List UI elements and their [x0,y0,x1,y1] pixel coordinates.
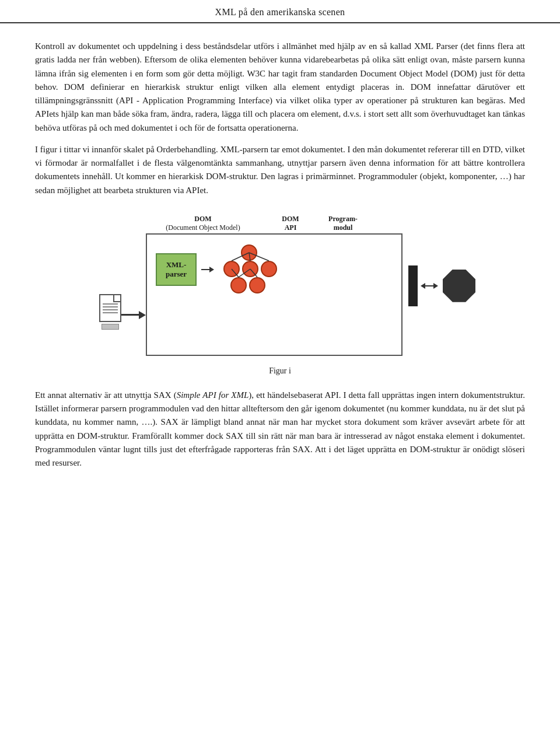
paragraph-1: Kontroll av dokumentet och uppdelning i … [35,40,525,135]
programmodul-container [443,270,475,302]
doc-bottom [102,324,119,330]
arrow-head [139,311,146,319]
api-label: DOM API [267,215,314,232]
figure-caption: Figur i [269,366,291,376]
programmodul-octagon [443,270,475,302]
dom-graph [219,243,283,296]
dom-box: XML- parser [146,233,402,356]
svg-line-5 [250,269,257,277]
paragraph-3: Ett annat alternativ är att utnyttja SAX… [35,389,525,470]
arrow-small-line [201,269,209,270]
double-arrow-right [433,283,438,289]
dom-label: DOM (Document Object Model) [145,215,261,232]
arrow-small-head [209,267,214,272]
diagram-bottom-row: XML- parser [99,233,461,356]
paragraph-2: I figur i tittar vi innanför skalet på O… [35,143,525,197]
page-header: XML på den amerikanska scenen [0,0,560,23]
arrow-line [121,314,139,316]
svg-line-1 [249,253,250,261]
figure-area: DOM (Document Object Model) DOM API Prog… [35,215,525,376]
diagram-wrapper: DOM (Document Object Model) DOM API Prog… [99,215,461,356]
svg-line-0 [232,253,249,261]
xml-parser-box: XML- parser [156,253,197,286]
main-content: Kontroll av dokumentet och uppdelning i … [0,23,560,494]
arrow-xml-to-dom [201,267,214,272]
arrow-to-box [121,311,146,319]
dom-api-bar [408,265,418,306]
dom-graph-lines [219,243,283,296]
svg-line-4 [239,269,250,277]
double-arrow-left [421,283,425,289]
prog-label: Program- modul [320,215,366,232]
document-icon [99,294,121,330]
diagram-top-labels: DOM (Document Object Model) DOM API Prog… [99,215,461,232]
dom-subtitle: (Document Object Model) [166,223,240,232]
svg-line-3 [232,269,239,277]
dom-api-container [408,265,418,306]
page: XML på den amerikanska scenen Kontroll a… [0,0,560,734]
page-title: XML på den amerikanska scenen [35,7,525,18]
doc-lines [103,303,118,315]
svg-line-2 [249,253,269,261]
doc-paper [99,294,121,322]
double-arrow [421,283,438,289]
dom-box-inner: XML- parser [153,240,396,302]
double-arrow-line [425,285,433,286]
